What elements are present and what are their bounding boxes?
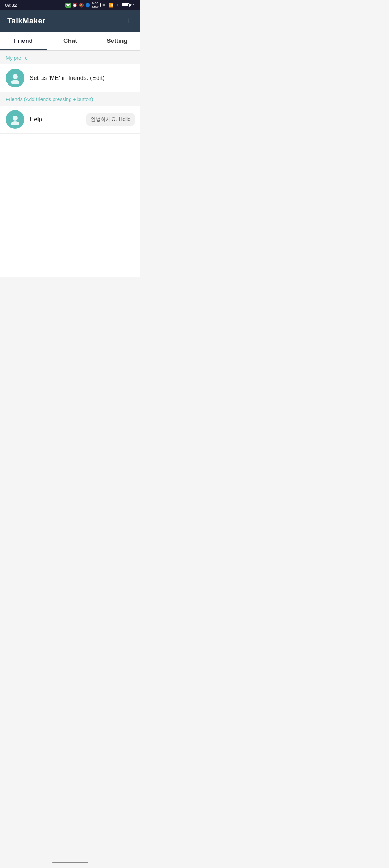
svg-point-3 bbox=[11, 121, 19, 125]
signal-4g-icon: 5G bbox=[115, 3, 120, 7]
speed-icon: 9.00KB/S bbox=[92, 1, 99, 9]
my-profile-label: My profile bbox=[0, 51, 140, 64]
svg-point-2 bbox=[13, 116, 18, 121]
friend-avatar bbox=[6, 110, 24, 129]
tab-setting[interactable]: Setting bbox=[94, 32, 140, 50]
status-icons: 💬 ⏰ 🔕 🔵 9.00KB/S HD 📶 5G 99 bbox=[65, 1, 135, 9]
my-profile-name: Set as 'ME' in friends. (Edit) bbox=[30, 74, 135, 82]
app-bar: TalkMaker + bbox=[0, 10, 140, 32]
friends-section-label: Friends (Add friends pressing + button) bbox=[0, 92, 140, 106]
my-profile-row[interactable]: Set as 'ME' in friends. (Edit) bbox=[0, 64, 140, 92]
svg-point-1 bbox=[11, 80, 19, 84]
battery-level: 99 bbox=[131, 3, 135, 7]
my-profile-avatar bbox=[6, 69, 24, 87]
person-icon bbox=[9, 72, 21, 84]
friend-row[interactable]: Help 안녕하세요. Hello bbox=[0, 106, 140, 134]
friend-last-message: 안녕하세요. Hello bbox=[86, 113, 135, 126]
mute-icon: 🔕 bbox=[79, 3, 84, 8]
hd-icon: HD bbox=[100, 3, 107, 7]
friend-name: Help bbox=[30, 116, 81, 123]
tab-chat[interactable]: Chat bbox=[47, 32, 94, 50]
alarm-icon: ⏰ bbox=[72, 3, 77, 8]
friend-person-icon bbox=[9, 114, 21, 125]
bluetooth-icon: 🔵 bbox=[85, 3, 90, 8]
wifi-icon: 📶 bbox=[109, 3, 114, 8]
status-time: 09:32 bbox=[5, 3, 17, 8]
status-bar: 09:32 💬 ⏰ 🔕 🔵 9.00KB/S HD 📶 5G 99 bbox=[0, 0, 140, 10]
empty-space bbox=[0, 134, 140, 277]
tab-bar: Friend Chat Setting bbox=[0, 32, 140, 51]
app-title: TalkMaker bbox=[7, 16, 45, 26]
chat-notification-icon: 💬 bbox=[65, 3, 71, 8]
battery-icon bbox=[122, 3, 130, 7]
tab-friend[interactable]: Friend bbox=[0, 32, 47, 50]
svg-point-0 bbox=[13, 74, 18, 79]
content-area: My profile Set as 'ME' in friends. (Edit… bbox=[0, 51, 140, 277]
add-button[interactable]: + bbox=[125, 14, 133, 27]
